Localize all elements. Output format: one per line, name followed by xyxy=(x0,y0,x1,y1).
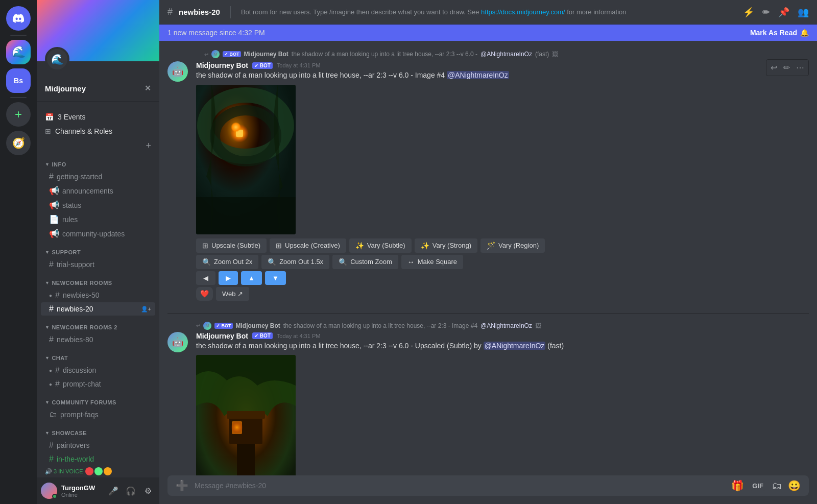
document-icon: 📄 xyxy=(49,214,59,224)
mark-as-read-button[interactable]: Mark As Read 🔔 xyxy=(750,29,809,37)
message-content-1: Midjourney Bot ✓ BOT Today at 4:31 PM th… xyxy=(196,61,809,303)
banner-text: 1 new message since 4:32 PM xyxy=(167,29,265,37)
pin-icon[interactable]: 📌 xyxy=(778,7,789,18)
emoji-icon[interactable]: 😀 xyxy=(788,479,801,492)
members-icon[interactable]: 👥 xyxy=(798,7,809,18)
tree-house-image-2 xyxy=(196,355,296,475)
arrow-left-icon: ◀ xyxy=(203,274,208,282)
server-header[interactable]: Midjourney ✕ xyxy=(37,76,159,102)
hash-icon: # xyxy=(49,172,54,181)
heart-reaction-button[interactable]: ❤️ xyxy=(196,287,213,301)
arrow-down-button[interactable]: ▼ xyxy=(265,271,286,285)
custom-zoom-button[interactable]: 🔍 Custom Zoom xyxy=(332,255,398,269)
channel-community-updates[interactable]: 📢 community-updates xyxy=(41,227,155,241)
channel-name: community-updates xyxy=(62,230,151,238)
message-image-2[interactable] xyxy=(196,355,296,475)
action-buttons-row4: ❤️ Web ↗ xyxy=(196,287,809,301)
arrow-right-button[interactable]: ▶ xyxy=(219,271,238,285)
vary-subtle-button[interactable]: ✨ Vary (Subtle) xyxy=(349,238,412,253)
vary-region-button[interactable]: 🪄 Vary (Region) xyxy=(480,238,545,253)
channel-getting-started[interactable]: # getting-started xyxy=(41,170,155,183)
category-showcase[interactable]: ▼ SHOWCASE xyxy=(37,422,159,438)
channel-in-the-world[interactable]: # in-the-world xyxy=(41,452,155,466)
custom-zoom-icon: 🔍 xyxy=(339,258,347,266)
voice-label: 🔊 3 IN VOICE xyxy=(45,468,83,475)
more-actions-icon[interactable]: ⋯ xyxy=(794,62,806,74)
channel-discussion[interactable]: ● # discussion xyxy=(41,364,155,377)
messages-area[interactable]: ↩ M ✓ BOT Midjourney Bot the shadow of a… xyxy=(159,41,817,475)
user-area: TurgonGW Online 🎤 🎧 ⚙ xyxy=(37,477,159,504)
arrow-up-button[interactable]: ▲ xyxy=(241,271,262,285)
reply-mention-2: @ANightmareInOz xyxy=(480,322,532,329)
reply-action-icon[interactable]: ↩ xyxy=(768,62,779,74)
headphone-button[interactable]: 🎧 xyxy=(124,484,138,498)
channel-newbies-50[interactable]: ● # newbies-50 xyxy=(41,289,155,302)
action-buttons-row2: 🔍 Zoom Out 2x 🔍 Zoom Out 1.5x 🔍 Custom Z… xyxy=(196,255,809,269)
discover-button[interactable]: 🧭 xyxy=(6,131,31,155)
mention-1: @ANightmareInOz xyxy=(447,71,509,79)
add-server-button[interactable]: + xyxy=(6,102,31,127)
channel-paintovers[interactable]: # paintovers xyxy=(41,439,155,452)
channels-roles-label: Channels & Roles xyxy=(55,127,112,135)
heart-icon: ❤️ xyxy=(200,290,209,298)
gift-icon[interactable]: 🎁 xyxy=(731,479,744,492)
category-community-forums[interactable]: ▼ COMMUNITY FORUMS xyxy=(37,391,159,407)
midjourney-server-icon[interactable]: 🌊 xyxy=(6,40,31,64)
category-label: COMMUNITY FORUMS xyxy=(52,399,116,405)
channel-newbies-20[interactable]: # newbies-20 👤+ xyxy=(41,302,155,316)
add-channel-button[interactable]: + xyxy=(146,140,151,151)
channel-prompt-faqs[interactable]: 🗂 prompt-faqs xyxy=(41,408,155,421)
category-newcomer-rooms[interactable]: ▼ NEWCOMER ROOMS xyxy=(37,272,159,288)
upscale-subtle-button[interactable]: ⊞ Upscale (Subtle) xyxy=(196,238,267,253)
zoom-out-1-5x-button[interactable]: 🔍 Zoom Out 1.5x xyxy=(261,255,329,269)
svg-point-10 xyxy=(231,421,243,434)
midjourney-docs-link[interactable]: https://docs.midjourney.com/ xyxy=(481,8,567,16)
add-file-button[interactable]: ➕ xyxy=(176,479,188,492)
bs-server-icon[interactable]: Bs xyxy=(6,68,31,93)
vary-strong-button[interactable]: ✨ Vary (Strong) xyxy=(415,238,477,253)
action-buttons-row1: ⊞ Upscale (Subtle) ⊞ Upscale (Creative) … xyxy=(196,238,809,253)
server-icon-banner: 🌊 xyxy=(45,47,69,71)
boost-icon[interactable]: ⚡ xyxy=(743,7,754,18)
server-divider xyxy=(10,35,27,36)
user-controls: 🎤 🎧 ⚙ xyxy=(106,484,155,498)
generated-image xyxy=(196,85,296,234)
make-square-button[interactable]: ↔ Make Square xyxy=(401,255,463,269)
bot-avatar-2: 🤖 xyxy=(167,332,188,352)
sticker-icon[interactable]: 🗂 xyxy=(772,480,782,492)
events-item[interactable]: 📅 3 Events xyxy=(41,110,155,124)
channels-roles-item[interactable]: ⊞ Channels & Roles xyxy=(41,124,155,138)
channel-newbies-80[interactable]: # newbies-80 xyxy=(41,333,155,346)
channel-rules[interactable]: 📄 rules xyxy=(41,212,155,226)
vary-region-icon: 🪄 xyxy=(487,242,495,250)
pencil-icon[interactable]: ✏ xyxy=(762,7,770,18)
category-chat[interactable]: ▼ CHAT xyxy=(37,347,159,363)
channel-prompt-chat[interactable]: ● # prompt-chat xyxy=(41,377,155,391)
channel-name: status xyxy=(62,201,151,209)
upscale-creative-button[interactable]: ⊞ Upscale (Creative) xyxy=(270,238,346,253)
server-sidebar: 🌊 Bs + 🧭 xyxy=(0,0,37,504)
message-timestamp-2: Today at 4:31 PM xyxy=(277,333,321,339)
message-input[interactable] xyxy=(195,475,725,496)
gif-button[interactable]: GIF xyxy=(750,481,765,491)
mic-button[interactable]: 🎤 xyxy=(106,484,121,498)
channel-announcements[interactable]: 📢 announcements xyxy=(41,184,155,198)
settings-button[interactable]: ⚙ xyxy=(141,484,155,498)
category-label: INFO xyxy=(52,161,66,167)
channel-trial-support[interactable]: # trial-support xyxy=(41,258,155,271)
category-support[interactable]: ▼ SUPPORT xyxy=(37,241,159,257)
hash-icon: # xyxy=(49,441,54,450)
category-newcomer-rooms-2[interactable]: ▼ NEWCOMER ROOMS 2 xyxy=(37,316,159,332)
category-label: SHOWCASE xyxy=(52,430,87,436)
edit-action-icon[interactable]: ✏ xyxy=(781,62,792,74)
home-button[interactable] xyxy=(6,6,31,31)
user-info: TurgonGW Online xyxy=(61,484,102,498)
channel-status[interactable]: 📢 status xyxy=(41,198,155,212)
voice-indicator: 🔊 3 IN VOICE xyxy=(37,466,159,476)
category-info[interactable]: ▼ INFO xyxy=(37,153,159,170)
web-button[interactable]: Web ↗ xyxy=(216,287,249,301)
zoom-out-2x-button[interactable]: 🔍 Zoom Out 2x xyxy=(196,255,258,269)
message-image-1[interactable] xyxy=(196,85,296,234)
arrow-left-button[interactable]: ◀ xyxy=(196,271,215,285)
image-icon-2: 🖼 xyxy=(535,322,541,329)
